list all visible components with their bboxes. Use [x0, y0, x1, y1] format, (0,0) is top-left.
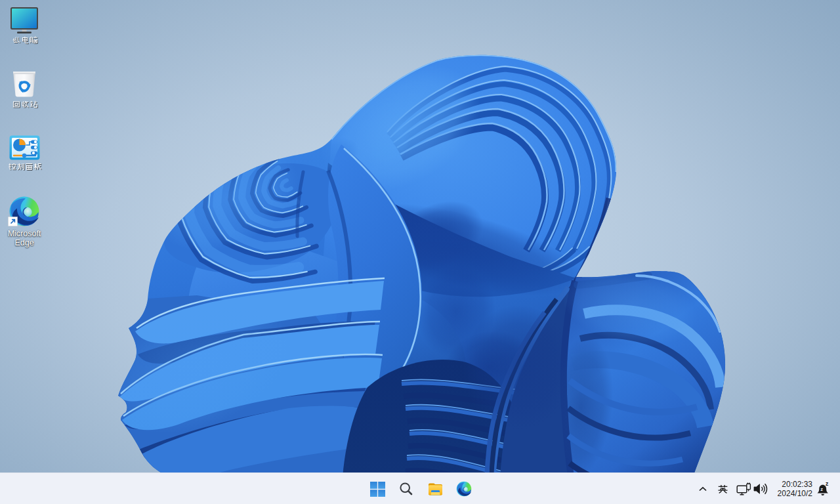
svg-text:z: z	[820, 486, 823, 492]
svg-text:z: z	[826, 480, 828, 487]
